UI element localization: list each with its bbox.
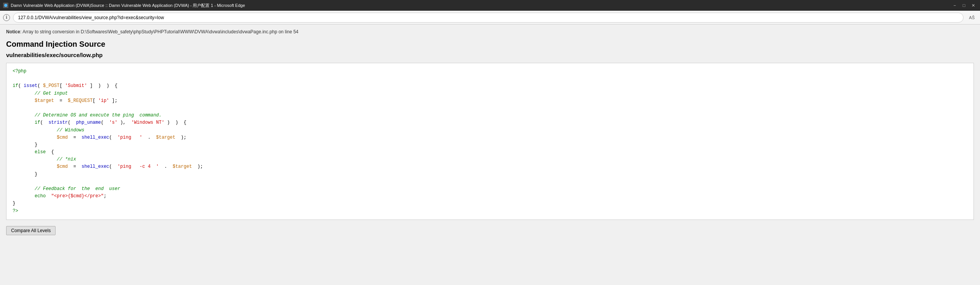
notice-bar: Notice: Array to string conversion in D:… [6,29,974,34]
compare-all-levels-button[interactable]: Compare All Levels [6,226,56,235]
nav-buttons[interactable]: ℹ [3,14,10,21]
maximize-button[interactable]: □ [960,2,968,9]
code-php-open: <?php [13,69,26,74]
code-php-close: ?> [13,208,18,214]
titlebar-left: Damn Vulnerable Web Application (DVWA)So… [3,3,245,8]
info-button[interactable]: ℹ [3,14,10,21]
read-aloud-button[interactable]: AŠ [967,15,977,21]
browser-title: Damn Vulnerable Web Application (DVWA)So… [11,3,245,8]
browser-icon [3,3,8,8]
notice-label: Notice [6,29,20,34]
svg-point-0 [4,4,7,7]
close-button[interactable]: ✕ [969,2,977,9]
titlebar-controls[interactable]: − □ ✕ [951,2,977,9]
code-block: <?php if( isset( $_POST[ 'Submit' ] ) ) … [6,63,974,220]
url-input[interactable] [13,13,964,23]
minimize-button[interactable]: − [951,2,959,9]
address-bar: ℹ AŠ [0,11,980,25]
page-subtitle: vulnerabilities/exec/source/low.php [6,52,974,58]
code-line-if: if [13,83,18,88]
page-content: Notice: Array to string conversion in D:… [0,25,980,254]
page-title: Command Injection Source [6,40,974,49]
browser-titlebar: Damn Vulnerable Web Application (DVWA)So… [0,0,980,11]
notice-text: : Array to string conversion in D:\Softw… [20,29,299,34]
